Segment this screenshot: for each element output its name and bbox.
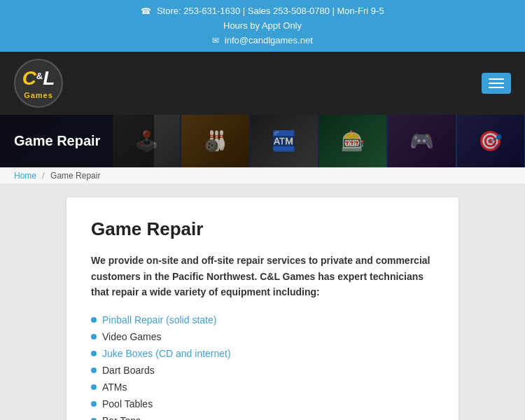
hero-image-6: 🎯 [457, 115, 524, 167]
hero-image-5: 🎮 [388, 115, 455, 167]
logo-amp: & [36, 71, 43, 81]
list-item: ATMs [91, 379, 434, 396]
bar-tops-item: Bar Tops [102, 415, 141, 420]
breadcrumb-separator: / [42, 171, 44, 181]
list-dot-5 [91, 384, 97, 390]
breadcrumb: Home / Game Repair [0, 167, 525, 183]
arcade-icon-3: 🏧 [272, 130, 296, 153]
hero-image-2: 🎳 [181, 115, 248, 167]
dart-boards-item: Dart Boards [102, 365, 155, 376]
logo-area: C & L Games [14, 59, 63, 108]
intro-paragraph: We provide on-site and off-site repair s… [91, 253, 434, 300]
list-item: Juke Boxes (CD and internet) [91, 345, 434, 362]
pool-tables-item: Pool Tables [102, 398, 153, 410]
list-item: Dart Boards [91, 362, 434, 379]
logo-games-text: Games [24, 91, 53, 99]
list-dot-3 [91, 351, 97, 356]
list-item: Pinball Repair (solid state) [91, 312, 434, 328]
list-dot-2 [91, 334, 97, 340]
hours-text: Hours by Appt Only [223, 20, 302, 31]
main-wrapper: Game Repair We provide on-site and off-s… [0, 183, 525, 420]
arcade-icon-6: 🎯 [478, 130, 503, 153]
juke-boxes-link[interactable]: Juke Boxes (CD and internet) [102, 348, 231, 359]
hero-banner: Game Repair 🕹️ 🎳 🏧 🎰 🎮 🎯 [0, 115, 525, 167]
logo-l-letter: L [43, 67, 55, 90]
logo-text: C & L Games [22, 67, 55, 99]
content-card: Game Repair We provide on-site and off-s… [66, 197, 458, 420]
list-dot-4 [91, 368, 97, 373]
hero-image-4: 🎰 [319, 115, 386, 167]
hamburger-menu-button[interactable] [482, 73, 511, 94]
list-item: Bar Tops [91, 412, 434, 420]
list-item: Pool Tables [91, 396, 434, 412]
atms-item: ATMs [102, 382, 127, 393]
hamburger-line-1 [489, 78, 504, 80]
page-title: Game Repair [91, 218, 434, 240]
logo-c-letter: C [22, 67, 36, 90]
phone-icon: ☎ [141, 5, 151, 18]
hero-image-3: 🏧 [251, 115, 318, 167]
services-list: Pinball Repair (solid state) Video Games… [91, 312, 434, 420]
breadcrumb-current-page: Game Repair [50, 171, 100, 181]
email-icon: ✉ [212, 34, 219, 48]
hamburger-line-3 [489, 87, 504, 88]
email-link[interactable]: info@candlgames.net [225, 35, 313, 46]
arcade-icon-4: 🎰 [341, 130, 365, 153]
list-item: Video Games [91, 328, 434, 345]
hero-title: Game Repair [14, 133, 100, 149]
list-dot-7 [91, 418, 97, 420]
logo-circle: C & L Games [14, 59, 63, 108]
hero-images: 🕹️ 🎳 🏧 🎰 🎮 🎯 [112, 115, 525, 167]
header: C & L Games [0, 52, 525, 115]
arcade-icon-5: 🎮 [410, 130, 434, 153]
arcade-icon-2: 🎳 [203, 130, 227, 153]
list-dot-6 [91, 401, 97, 407]
pinball-repair-link[interactable]: Pinball Repair (solid state) [102, 314, 216, 326]
top-bar: ☎ Store: 253-631-1630 | Sales 253-508-07… [0, 0, 525, 52]
contact-phone-text: Store: 253-631-1630 | Sales 253-508-0780… [157, 6, 384, 16]
video-games-item: Video Games [102, 331, 162, 342]
hamburger-line-2 [489, 83, 504, 84]
list-dot-1 [91, 317, 97, 323]
hero-title-overlay: Game Repair [0, 115, 154, 167]
breadcrumb-home-link[interactable]: Home [14, 171, 36, 181]
